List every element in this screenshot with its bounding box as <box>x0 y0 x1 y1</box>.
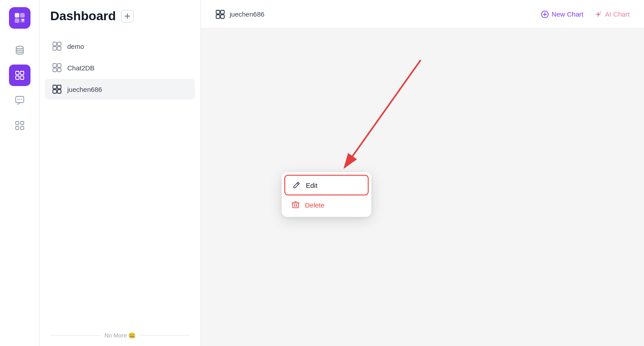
dashboard-list: demo Chat2DB juechen686 <box>39 32 200 325</box>
database-icon <box>14 45 25 56</box>
edit-icon <box>292 181 300 189</box>
svg-rect-28 <box>57 85 61 89</box>
svg-rect-0 <box>15 13 19 17</box>
svg-point-12 <box>21 99 22 100</box>
svg-rect-24 <box>57 64 61 67</box>
sidebar-item-chat2db[interactable]: Chat2DB <box>45 57 195 78</box>
svg-line-40 <box>297 183 299 185</box>
icon-nav <box>0 0 39 346</box>
svg-rect-23 <box>53 64 57 67</box>
svg-rect-3 <box>20 18 25 23</box>
svg-line-39 <box>344 60 421 168</box>
sidebar-title: Dashboard <box>50 9 116 23</box>
sidebar: Dashboard demo Chat2DB <box>39 0 201 346</box>
svg-rect-22 <box>57 47 61 50</box>
topbar-actions: New Chart AI Chart <box>541 10 630 18</box>
nav-dashboard-btn[interactable] <box>9 65 30 86</box>
svg-rect-19 <box>53 42 57 46</box>
svg-rect-15 <box>16 126 19 130</box>
svg-rect-1 <box>20 13 25 17</box>
svg-rect-30 <box>57 90 61 93</box>
svg-point-4 <box>16 46 23 49</box>
nav-chat-btn[interactable] <box>9 90 30 111</box>
svg-point-11 <box>19 99 20 100</box>
svg-rect-20 <box>57 42 61 46</box>
add-dashboard-button[interactable] <box>121 10 134 22</box>
context-menu-edit-label: Edit <box>306 182 318 189</box>
svg-rect-5 <box>16 71 19 75</box>
plus-circle-icon <box>541 10 549 18</box>
svg-rect-33 <box>216 15 220 18</box>
svg-rect-7 <box>16 76 19 80</box>
sidebar-header: Dashboard <box>39 0 200 32</box>
svg-rect-25 <box>53 68 57 72</box>
svg-rect-31 <box>216 10 220 14</box>
svg-rect-6 <box>20 71 24 75</box>
grid-icon <box>14 120 25 131</box>
svg-point-10 <box>17 99 18 100</box>
no-more-indicator: No More 🤐 <box>39 325 200 346</box>
chat-icon <box>14 95 25 106</box>
svg-rect-13 <box>16 121 19 125</box>
dashboard-icon-demo <box>52 41 62 51</box>
new-chart-label: New Chart <box>552 10 583 18</box>
context-menu: Edit Delete <box>282 172 371 217</box>
topbar: juechen686 New Chart AI Chart <box>201 0 644 29</box>
ai-chart-button[interactable]: AI Chart <box>594 10 630 18</box>
sidebar-item-demo[interactable]: demo <box>45 36 195 56</box>
topbar-current-dashboard: juechen686 <box>215 9 265 19</box>
svg-rect-29 <box>53 90 57 93</box>
nav-grid-btn[interactable] <box>9 115 30 136</box>
plus-icon <box>124 13 131 19</box>
sidebar-item-juechen686[interactable]: juechen686 <box>45 79 195 99</box>
ai-chart-label: AI Chart <box>605 10 630 18</box>
topbar-dashboard-name: juechen686 <box>230 10 265 18</box>
app-logo[interactable] <box>9 7 30 29</box>
dashboard-nav-icon <box>14 70 25 81</box>
new-chart-button[interactable]: New Chart <box>541 10 583 18</box>
sidebar-item-chat2db-label: Chat2DB <box>67 64 95 72</box>
context-menu-edit[interactable]: Edit <box>284 175 369 195</box>
trash-icon <box>292 201 300 209</box>
nav-database-btn[interactable] <box>9 39 30 61</box>
svg-rect-32 <box>221 10 224 14</box>
content-area: Edit Delete <box>201 29 644 346</box>
ai-star-icon <box>594 10 602 18</box>
svg-rect-8 <box>20 76 24 80</box>
svg-rect-14 <box>21 121 24 125</box>
dashboard-icon-chat2db <box>52 63 62 73</box>
dashboard-icon-juechen686 <box>52 84 62 94</box>
topbar-dashboard-icon <box>215 9 225 19</box>
sidebar-item-demo-label: demo <box>67 43 84 50</box>
svg-rect-26 <box>57 68 61 72</box>
sidebar-item-juechen686-label: juechen686 <box>67 86 102 93</box>
context-menu-delete-label: Delete <box>305 201 324 209</box>
svg-rect-34 <box>221 15 224 18</box>
svg-rect-16 <box>21 126 24 130</box>
svg-rect-21 <box>53 47 57 50</box>
svg-rect-2 <box>15 18 19 23</box>
svg-rect-27 <box>53 85 57 89</box>
context-menu-delete[interactable]: Delete <box>284 195 369 214</box>
main-content: juechen686 New Chart AI Chart <box>201 0 644 346</box>
svg-rect-41 <box>293 203 299 208</box>
